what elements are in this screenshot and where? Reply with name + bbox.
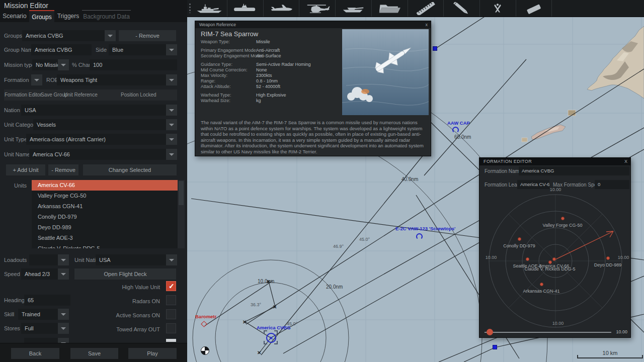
toolbar-grip-icon[interactable] [189, 4, 191, 13]
nation-select[interactable]: USA [21, 105, 166, 116]
toolbar-compass-button[interactable] [480, 0, 516, 17]
weapon-name: RIM-7 Sea Sparrow [201, 30, 258, 38]
unit-type-dropdown-button[interactable] [166, 134, 177, 145]
map-toolbar [187, 0, 644, 17]
map-marker-x-mark[interactable]: ✕ [266, 280, 270, 285]
play-button[interactable]: Play [128, 348, 177, 359]
map-marker-x-mark[interactable]: ✕ [257, 350, 261, 355]
change-selected-button[interactable]: Change Selected [83, 164, 177, 175]
formation-range-slider-track[interactable] [485, 332, 611, 333]
speed-select[interactable]: Ahead 2/3 [21, 268, 58, 280]
unit-row[interactable]: Valley Forge CG-50 [32, 191, 178, 201]
unit-reference-link[interactable]: Unit Reference [64, 89, 98, 101]
heading-input[interactable]: 65 [24, 295, 70, 306]
position-locked-link[interactable]: Position Locked [121, 89, 156, 101]
formation-unit-dot[interactable] [606, 256, 610, 260]
roe-dropdown-button[interactable] [166, 74, 177, 85]
toolbar-tank-button[interactable] [336, 0, 372, 17]
formation-editor-link[interactable]: Formation Editor [5, 89, 42, 101]
unit-row[interactable]: Arkansas CGN-41 [32, 201, 178, 212]
formation-unit-dot[interactable] [526, 257, 529, 261]
unit-category-dropdown-button[interactable] [166, 119, 177, 130]
unit-name-select[interactable]: America CV-66 [29, 149, 166, 160]
stores-dropdown-button[interactable] [58, 323, 69, 334]
toolbar-eraser-button[interactable] [516, 0, 552, 17]
unit-row[interactable]: America CV-66 [32, 180, 178, 191]
tab-background-data[interactable]: Background Data [82, 10, 131, 22]
tank-icon [340, 2, 367, 15]
weapon-reference-titlebar[interactable]: Weapon Reference [195, 21, 431, 28]
side-select[interactable]: Blue [109, 44, 166, 55]
unit-nation-dropdown-button[interactable] [166, 254, 177, 265]
toolbar-warship-button[interactable] [191, 0, 227, 17]
add-unit-button[interactable]: + Add Unit [6, 164, 45, 175]
unit-nation-select[interactable]: USA [96, 254, 166, 265]
nation-dropdown-button[interactable] [166, 105, 177, 116]
formation-label: Formation [4, 74, 29, 85]
toolbar-ruler-button[interactable] [408, 0, 444, 17]
tab-scenario[interactable]: Scenario [0, 10, 29, 22]
map-marker-circled-x[interactable]: ✕ [264, 330, 278, 344]
spec-row: Guidance Type:Semi-Active Radar Homing [201, 62, 341, 67]
map-marker-x-mark[interactable]: ✕ [243, 320, 247, 325]
formation-unit-dot[interactable] [548, 260, 552, 264]
map-marker-blue-arc[interactable] [416, 233, 423, 240]
unit-name-dropdown-button[interactable] [166, 149, 177, 160]
unit-row[interactable]: Seattle AOE-3 [32, 233, 178, 243]
toolbar-folder-button[interactable] [372, 0, 408, 17]
tab-groups[interactable]: Groups [29, 10, 54, 22]
mission-type-select[interactable]: No Mission [32, 59, 58, 70]
map-marker-quarter-circle[interactable] [201, 346, 209, 355]
unit-type-select[interactable]: America-class (Aircraft Carrier) [26, 134, 166, 145]
radars-on-checkbox[interactable] [166, 295, 176, 305]
formation-polar-chart[interactable] [479, 158, 630, 337]
unit-category-select[interactable]: Vessels [33, 119, 166, 130]
back-button[interactable]: Back [11, 348, 59, 359]
groups-select[interactable]: America CVBG [22, 30, 105, 41]
stores-select[interactable]: Full [21, 323, 58, 334]
units-scrollbar-thumb[interactable] [179, 181, 184, 205]
map-marker-blue-square[interactable] [493, 345, 497, 349]
formation-unit-dot[interactable] [540, 283, 543, 286]
map-marker-x-mark[interactable]: ✕ [273, 305, 277, 310]
side-dropdown-button[interactable] [166, 44, 177, 55]
speed-dropdown-button[interactable] [58, 268, 69, 280]
formation-unit-dot[interactable] [561, 217, 565, 220]
formation-range-slider-knob[interactable] [487, 329, 493, 335]
toolbar-submarine-button[interactable] [227, 0, 264, 17]
towed-array-out-checkbox[interactable] [166, 323, 176, 333]
tab-triggers[interactable]: Triggers [54, 10, 82, 22]
high-value-unit-checkbox[interactable] [166, 281, 176, 291]
open-flight-deck-button[interactable]: Open Flight Deck [74, 268, 176, 280]
loadouts-dropdown-button[interactable] [58, 254, 69, 265]
map-marker-blue-square[interactable] [433, 46, 437, 51]
save-button[interactable]: Save [70, 348, 118, 359]
group-name-input[interactable]: America CVBG [31, 44, 92, 55]
active-sonars-on-checkbox[interactable] [166, 309, 176, 319]
roe-select[interactable]: Weapons Tight [57, 74, 166, 85]
skill-dropdown-button[interactable] [58, 309, 69, 320]
remove-group-button[interactable]: - Remove [119, 30, 176, 41]
toolbar-helicopter-button[interactable] [299, 0, 336, 17]
mission-type-dropdown-button[interactable] [58, 59, 69, 70]
toolbar-aircraft-button[interactable] [263, 0, 299, 17]
remove-unit-button[interactable]: - Remove [48, 164, 78, 175]
unit-row[interactable]: Conolly DD-979 [32, 212, 178, 222]
loadouts-select[interactable] [29, 254, 58, 265]
skill-select[interactable]: Trained [18, 309, 58, 320]
unit-row[interactable]: Deyo DD-989 [32, 222, 178, 233]
spec-row: Mid Course Correction:None [201, 67, 341, 73]
formation-dropdown-button[interactable] [31, 74, 42, 85]
clipped-checkbox[interactable] [166, 339, 176, 342]
side-label: Side [96, 44, 107, 55]
unit-name-label: Unit Name [4, 149, 30, 160]
chance-input[interactable]: 100 [90, 59, 177, 70]
formation-unit-dot[interactable] [552, 257, 556, 261]
high-value-unit-label: High Value Unit [91, 282, 160, 293]
groups-dropdown-button[interactable] [105, 30, 116, 41]
unit-row[interactable]: Claude V. Rickets DDG-5 [32, 243, 178, 248]
map-marker-blue-arc[interactable] [452, 127, 459, 133]
formation-unit-dot[interactable] [518, 237, 521, 241]
weapon-reference-close-icon[interactable]: x [426, 21, 428, 28]
toolbar-pencil-button[interactable] [444, 0, 480, 17]
